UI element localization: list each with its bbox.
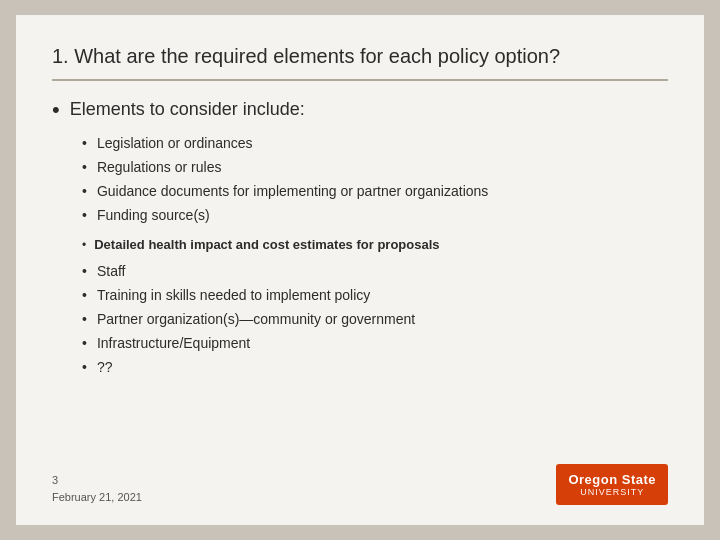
sub-item-text: Legislation or ordinances xyxy=(97,133,253,154)
sub-item-text: Regulations or rules xyxy=(97,157,222,178)
list-item: • Legislation or ordinances xyxy=(82,133,668,154)
lower-items-list: • Staff • Training in skills needed to i… xyxy=(82,261,668,381)
mini-bullet-icon: • xyxy=(82,238,86,252)
sub-bullet-icon: • xyxy=(82,135,87,151)
sub-bullet-icon: • xyxy=(82,287,87,303)
footer-date: February 21, 2021 xyxy=(52,489,142,506)
osu-logo-subtitle: UNIVERSITY xyxy=(580,487,644,497)
sub-items-list: • Legislation or ordinances • Regulation… xyxy=(82,133,668,229)
mini-bullet-item: • Detailed health impact and cost estima… xyxy=(82,235,668,255)
sub-item-text: Staff xyxy=(97,261,126,282)
mini-bullet-text: Detailed health impact and cost estimate… xyxy=(94,235,439,255)
slide-title: 1. What are the required elements for ea… xyxy=(52,43,668,81)
page-number: 3 xyxy=(52,472,142,489)
sub-item-text: Guidance documents for implementing or p… xyxy=(97,181,488,202)
list-item: • Guidance documents for implementing or… xyxy=(82,181,668,202)
main-bullet-text: Elements to consider include: xyxy=(70,99,305,120)
list-item: • Partner organization(s)—community or g… xyxy=(82,309,668,330)
sub-item-text: Partner organization(s)—community or gov… xyxy=(97,309,415,330)
osu-logo-name: Oregon State xyxy=(568,472,656,487)
main-bullet: • Elements to consider include: xyxy=(52,99,668,123)
sub-item-text: Training in skills needed to implement p… xyxy=(97,285,370,306)
osu-logo: Oregon State UNIVERSITY xyxy=(556,464,668,505)
sub-bullet-icon: • xyxy=(82,311,87,327)
slide: 1. What are the required elements for ea… xyxy=(16,15,704,525)
sub-bullet-icon: • xyxy=(82,359,87,375)
sub-bullet-icon: • xyxy=(82,263,87,279)
list-item: • Infrastructure/Equipment xyxy=(82,333,668,354)
main-bullet-dot: • xyxy=(52,97,60,123)
list-item: • Training in skills needed to implement… xyxy=(82,285,668,306)
sub-item-text: ?? xyxy=(97,357,113,378)
list-item: • Regulations or rules xyxy=(82,157,668,178)
sub-bullet-icon: • xyxy=(82,159,87,175)
sub-bullet-icon: • xyxy=(82,183,87,199)
list-item: • Staff xyxy=(82,261,668,282)
slide-content: • Elements to consider include: • Legisl… xyxy=(52,99,668,456)
sub-item-text: Infrastructure/Equipment xyxy=(97,333,250,354)
sub-bullet-icon: • xyxy=(82,207,87,223)
list-item: • ?? xyxy=(82,357,668,378)
slide-footer: 3 February 21, 2021 Oregon State UNIVERS… xyxy=(52,456,668,505)
footer-info: 3 February 21, 2021 xyxy=(52,472,142,505)
sub-item-text: Funding source(s) xyxy=(97,205,210,226)
sub-bullet-icon: • xyxy=(82,335,87,351)
list-item: • Funding source(s) xyxy=(82,205,668,226)
